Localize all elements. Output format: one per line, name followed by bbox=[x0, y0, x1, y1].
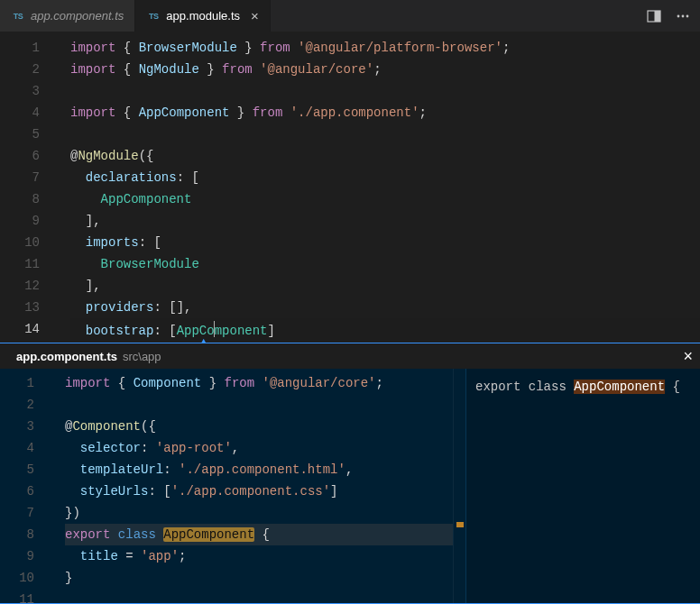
close-icon[interactable]: × bbox=[251, 9, 259, 23]
svg-rect-1 bbox=[655, 11, 661, 22]
tab-app-component[interactable]: TS app.component.ts bbox=[0, 0, 135, 32]
more-icon[interactable] bbox=[675, 8, 691, 24]
svg-point-4 bbox=[686, 14, 689, 17]
typescript-file-icon: TS bbox=[11, 9, 25, 23]
tab-label: app.module.ts bbox=[166, 9, 240, 23]
tab-label: app.component.ts bbox=[31, 9, 124, 23]
close-icon[interactable]: × bbox=[683, 347, 693, 366]
editor-app-module[interactable]: 1 2 3 4 5 6 7 8 9 10 11 12 13 14 import … bbox=[0, 32, 700, 343]
peek-view: app.component.ts src\app × 1 2 3 4 5 6 7… bbox=[0, 343, 700, 604]
tabs-bar: TS app.component.ts TS app.module.ts × bbox=[0, 0, 700, 32]
line-number-gutter: 1 2 3 4 5 6 7 8 9 10 11 12 13 14 bbox=[0, 32, 56, 343]
svg-point-3 bbox=[682, 14, 685, 17]
tab-app-module[interactable]: TS app.module.ts × bbox=[135, 0, 270, 32]
split-editor-icon[interactable] bbox=[646, 8, 662, 24]
peek-subtitle: src\app bbox=[123, 350, 161, 363]
tab-actions bbox=[637, 0, 700, 32]
typescript-file-icon: TS bbox=[146, 9, 161, 23]
svg-point-2 bbox=[677, 14, 680, 17]
symbol-highlight: AppComponent bbox=[163, 527, 254, 542]
peek-header: app.component.ts src\app × bbox=[0, 343, 700, 369]
peek-code-area[interactable]: import { Component } from '@angular/core… bbox=[51, 369, 453, 603]
peek-line-number-gutter: 1 2 3 4 5 6 7 8 9 10 11 bbox=[0, 369, 51, 603]
peek-title: app.component.ts bbox=[16, 350, 117, 363]
peek-caret-indicator-icon: ▲ bbox=[201, 340, 206, 343]
text-cursor bbox=[214, 321, 215, 337]
reference-item[interactable]: export class AppComponent { bbox=[475, 374, 691, 399]
code-area[interactable]: import { BrowserModule } from '@angular/… bbox=[56, 32, 700, 343]
peek-scrollbar[interactable] bbox=[453, 369, 465, 603]
peek-references-list[interactable]: export class AppComponent { bbox=[465, 369, 700, 603]
